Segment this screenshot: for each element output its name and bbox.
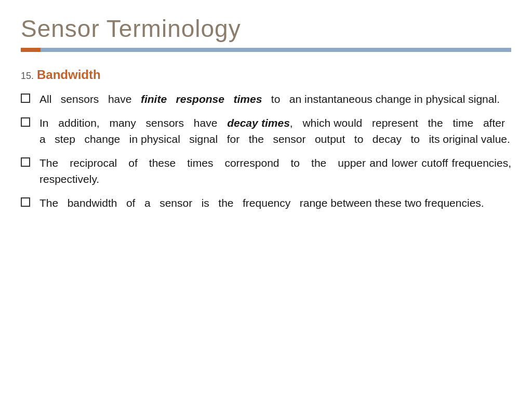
- section-number: 15.: [21, 71, 34, 82]
- bullet-text-1: All sensors have finite response times t…: [39, 91, 511, 107]
- finite-response-times: finite response times: [141, 93, 262, 105]
- bullet-checkbox-1: [21, 94, 30, 103]
- slide-title: Sensor Terminology: [21, 15, 511, 43]
- section-title: Bandwidth: [37, 68, 101, 82]
- header-bar: [21, 48, 511, 52]
- bullet-item-3: The reciprocal of these times correspond…: [21, 155, 511, 187]
- header-section: Sensor Terminology: [0, 0, 532, 52]
- bullet-text-3: The reciprocal of these times correspond…: [39, 155, 511, 187]
- header-bar-blue: [41, 48, 511, 52]
- header-bar-orange: [21, 48, 41, 52]
- content-section: 15. Bandwidth All sensors have finite re…: [0, 62, 532, 211]
- section-heading: 15. Bandwidth: [21, 68, 511, 82]
- bullet-list: All sensors have finite response times t…: [21, 91, 511, 211]
- slide: Sensor Terminology 15. Bandwidth All sen…: [0, 0, 532, 399]
- bullet-checkbox-2: [21, 117, 30, 127]
- bullet-item-2: In addition, many sensors have decay tim…: [21, 115, 511, 147]
- bullet-checkbox-4: [21, 197, 30, 207]
- decay-times: decay times: [227, 117, 290, 129]
- bullet-item-1: All sensors have finite response times t…: [21, 91, 511, 107]
- bullet-text-4: The bandwidth of a sensor is the frequen…: [39, 195, 511, 211]
- bullet-checkbox-3: [21, 157, 30, 167]
- bullet-text-2: In addition, many sensors have decay tim…: [39, 115, 511, 147]
- bullet-item-4: The bandwidth of a sensor is the frequen…: [21, 195, 511, 211]
